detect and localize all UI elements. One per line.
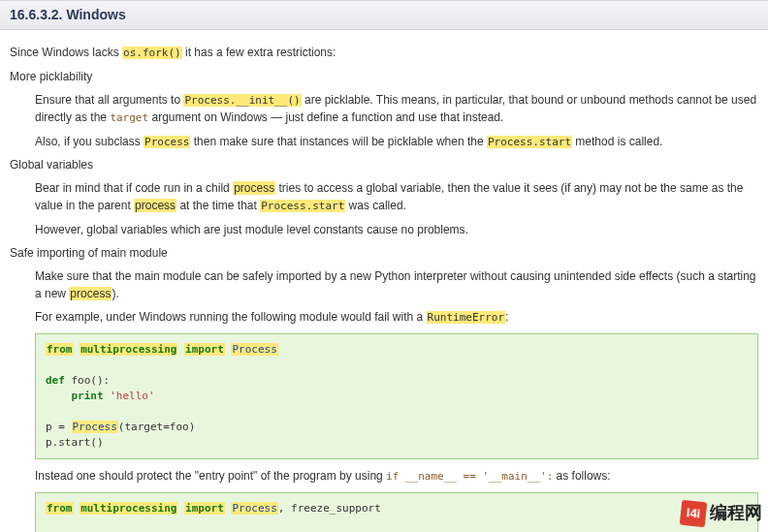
code-ifmain: if __name__ == '__main__': xyxy=(386,470,553,483)
hl-process: process xyxy=(233,181,275,195)
code-example-1: from multiprocessing import Process def … xyxy=(35,333,758,459)
heading-safe-import: Safe importing of main module xyxy=(10,244,758,262)
doc-content: Since Windows lacks os.fork() it has a f… xyxy=(0,30,768,532)
section-header: 16.6.3.2. Windows xyxy=(0,0,768,30)
code-os-fork: os.fork() xyxy=(122,47,182,59)
watermark-text: 编程网 xyxy=(710,500,762,526)
code-process-start: Process.start xyxy=(260,200,345,212)
hl-process: process xyxy=(69,287,112,300)
safe-p3: Instead one should protect the "entry po… xyxy=(35,467,758,485)
picklability-p2: Also, if you subclass Process then make … xyxy=(35,133,758,151)
code-example-2: from multiprocessing import Process, fre… xyxy=(35,492,758,532)
globals-p1: Bear in mind that if code run in a child… xyxy=(35,179,758,215)
code-process-start: Process.start xyxy=(487,136,572,148)
safe-p1: Make sure that the main module can be sa… xyxy=(35,267,758,302)
heading-globals: Global variables xyxy=(10,156,758,173)
heading-picklability: More picklability xyxy=(10,68,758,85)
hl-process: process xyxy=(134,199,176,212)
code-process: Process xyxy=(144,136,190,148)
picklability-p1: Ensure that all arguments to Process.__i… xyxy=(35,91,758,127)
safe-p2: For example, under Windows running the f… xyxy=(35,308,758,327)
globals-p2: However, global variables which are just… xyxy=(35,221,758,238)
code-runtimeerror: RuntimeError xyxy=(427,311,505,324)
code-process-init: Process.__init__() xyxy=(183,94,301,107)
code-target: target xyxy=(110,111,148,124)
section-title: 16.6.3.2. Windows xyxy=(10,5,758,25)
watermark-badge-icon: l4i xyxy=(680,499,708,527)
intro-paragraph: Since Windows lacks os.fork() it has a f… xyxy=(10,44,758,62)
watermark: l4i 编程网 xyxy=(681,500,762,526)
